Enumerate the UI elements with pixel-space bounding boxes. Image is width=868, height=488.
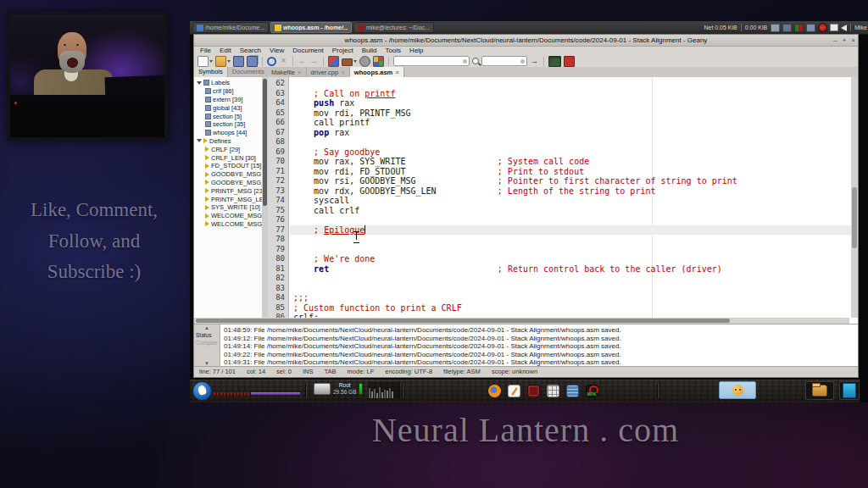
launcher-bluefish[interactable] — [839, 381, 860, 400]
code-line[interactable]: ; Custom function to print a CRLF — [290, 303, 851, 313]
code-line[interactable]: call crlf — [290, 206, 851, 216]
window-control[interactable]: – — [833, 35, 837, 46]
status-message[interactable]: 01:49:12: File /home/mike/Documents/Next… — [220, 335, 858, 343]
status-message[interactable]: 01:49:14: File /home/mike/Documents/Next… — [220, 342, 858, 351]
code-line[interactable]: ret ; Return control back to the caller … — [290, 264, 851, 274]
code-line[interactable]: mov rdi, PRINTF_MSG — [290, 108, 851, 119]
editor-vertical-scrollbar[interactable] — [851, 77, 858, 318]
taskbar-window-button[interactable]: mike@lectures: ~/Doc... — [353, 22, 434, 33]
menu-document[interactable]: Document — [288, 46, 327, 55]
code-line[interactable]: ;;; — [290, 293, 851, 303]
symbol-item[interactable]: GOODBYE_MSG [26 — [194, 170, 262, 179]
build-dropdown-icon[interactable] — [353, 60, 357, 63]
navigate-forward-button[interactable] — [309, 57, 319, 66]
line-number-gutter[interactable]: 6263646566676869707172737475767778798081… — [268, 77, 289, 318]
close-tab-icon[interactable]: × — [341, 69, 345, 76]
launcher-mpk[interactable]: MPK — [584, 383, 599, 399]
code-line[interactable]: mov rax, SYS_WRITE ; System call code — [290, 157, 851, 167]
scrollbar-thumb[interactable] — [196, 319, 730, 323]
status-message[interactable]: 01:48:59: File /home/mike/Documents/Next… — [220, 326, 858, 335]
jump-to-line-button[interactable] — [530, 57, 539, 66]
save-all-button[interactable] — [247, 56, 258, 67]
titlebar[interactable]: whoops.asm - /home/mike/Documents/NextCl… — [194, 35, 858, 47]
scroll-up-icon[interactable]: ▲ — [204, 324, 209, 331]
symbol-item[interactable]: whoops [44] — [194, 129, 262, 137]
compile-button[interactable] — [328, 56, 339, 67]
close-tab-icon[interactable]: × — [298, 69, 302, 76]
sidebar-tab-symbols[interactable]: Symbols — [194, 67, 228, 77]
menu-build[interactable]: Build — [358, 46, 381, 55]
symbol-item[interactable]: global [43] — [194, 103, 262, 112]
menu-tools[interactable]: Tools — [381, 46, 405, 55]
color-chooser-button[interactable] — [373, 56, 384, 67]
symbol-item[interactable]: WELCOME_MSG_LEN — [194, 220, 262, 229]
symbol-item[interactable]: CRLF_LEN [30] — [194, 153, 262, 162]
quit-button[interactable] — [564, 56, 575, 67]
code-line[interactable] — [290, 274, 851, 284]
sidebar-tab-documents[interactable]: Documents — [228, 67, 270, 77]
message-tab-status[interactable]: Status — [196, 331, 218, 339]
menu-project[interactable]: Project — [328, 46, 358, 55]
new-file-button[interactable] — [198, 56, 209, 67]
sidebar-scrollbar[interactable] — [262, 77, 268, 324]
display-icon[interactable] — [771, 24, 780, 32]
code-editor[interactable]: ; Call on printf push rax mov rdi, PRINT… — [290, 77, 851, 318]
symbols-group-labels[interactable]: Labels — [194, 79, 262, 87]
scrollbar-thumb[interactable] — [263, 79, 267, 206]
code-line[interactable]: push rax — [290, 98, 851, 108]
symbol-item[interactable]: FD_STDOUT [15] — [194, 162, 262, 170]
launcher-text-editor[interactable] — [506, 383, 521, 399]
symbols-group-defines[interactable]: Defines — [194, 137, 262, 146]
symbol-item[interactable]: section [5] — [194, 112, 262, 120]
code-line[interactable] — [290, 137, 851, 147]
symbol-item[interactable]: extern [39] — [194, 96, 262, 104]
close-tab-icon[interactable]: × — [395, 69, 399, 76]
menu-help[interactable]: Help — [405, 46, 427, 55]
goto-line-entry[interactable] — [481, 56, 527, 66]
editor-tab-Makefile[interactable]: Makefile× — [267, 67, 307, 77]
code-line[interactable]: syscall — [290, 196, 851, 206]
search-input[interactable] — [394, 58, 463, 64]
launcher-calculator[interactable] — [545, 383, 560, 399]
applications-menu-button[interactable] — [192, 381, 212, 401]
code-line[interactable]: ; Epilogue — [290, 225, 851, 236]
navigate-back-button[interactable] — [298, 57, 307, 66]
cpu-graph[interactable] — [368, 382, 400, 398]
symbol-item[interactable]: PRINTF_MSG [23] — [194, 186, 262, 195]
battery-icon[interactable] — [830, 24, 838, 31]
save-button[interactable] — [233, 56, 244, 67]
menu-edit[interactable]: Edit — [215, 46, 236, 55]
disk-usage-widget[interactable]: Root 29.56 GB — [314, 382, 363, 396]
menu-view[interactable]: View — [265, 46, 288, 55]
display2-icon[interactable] — [806, 24, 815, 32]
editor-horizontal-scrollbar[interactable] — [194, 318, 849, 324]
code-line[interactable]: pop rax — [290, 128, 851, 138]
revert-button[interactable] — [267, 57, 276, 66]
symbol-item[interactable]: WELCOME_MSG [20 — [194, 212, 262, 220]
code-line[interactable] — [290, 215, 851, 225]
code-line[interactable] — [290, 284, 851, 294]
clear-icon[interactable] — [520, 59, 525, 64]
taskbar-window-button[interactable]: whoops.asm - /home/... — [270, 22, 352, 33]
menu-file[interactable]: File — [196, 46, 215, 55]
editor-tab-driver.cpp[interactable]: driver.cpp× — [307, 67, 350, 77]
editor-tab-whoops.asm[interactable]: whoops.asm× — [350, 67, 404, 77]
taskbar-window-button[interactable]: /home/mike/Docume... — [192, 22, 269, 33]
open-file-dropdown-icon[interactable] — [227, 60, 231, 63]
code-line[interactable] — [290, 79, 851, 89]
build-button[interactable] — [342, 58, 353, 66]
workspace-icon[interactable] — [782, 24, 792, 32]
window-control[interactable]: + — [843, 35, 847, 46]
code-line[interactable]: ; Say goodbye — [290, 147, 851, 158]
menu-search[interactable]: Search — [236, 46, 265, 55]
clear-icon[interactable] — [463, 59, 467, 64]
goto-line-input[interactable] — [482, 58, 520, 64]
scrollbar-thumb[interactable] — [852, 187, 857, 248]
terminal-toggle-button[interactable] — [548, 56, 561, 67]
symbol-item[interactable]: CRLF [29] — [194, 145, 262, 153]
code-line[interactable]: mov rdx, GOODBYE_MSG_LEN ; Length of the… — [290, 186, 851, 197]
network-monitor-icon[interactable] — [794, 24, 804, 32]
active-task-button[interactable] — [719, 381, 756, 399]
code-line[interactable] — [290, 235, 851, 245]
launcher-notes[interactable] — [565, 383, 580, 399]
